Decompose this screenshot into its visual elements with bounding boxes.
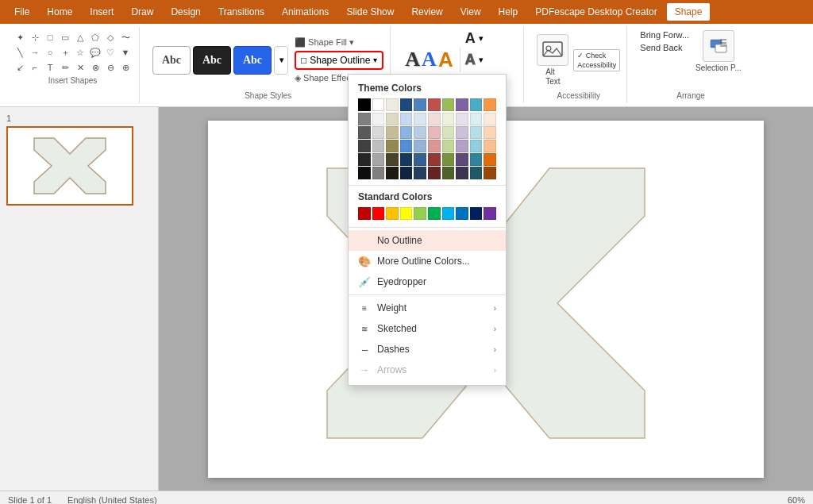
- tc-r4-1[interactable]: [358, 140, 371, 152]
- color-green[interactable]: [442, 107, 455, 111]
- sc-purple[interactable]: [484, 207, 496, 220]
- shape-plus-icon[interactable]: ＋: [58, 45, 72, 60]
- shape-star-icon[interactable]: ☆: [73, 45, 87, 60]
- tc-r5-1[interactable]: [358, 153, 371, 166]
- eyedropper-item[interactable]: 💉 Eyedropper: [349, 271, 506, 292]
- check-accessibility-btn[interactable]: ✓ Check Accessibility: [573, 49, 620, 71]
- sc-lightgreen[interactable]: [414, 207, 426, 220]
- tc-r2-7[interactable]: [442, 113, 455, 125]
- tc-r2-6[interactable]: [428, 113, 441, 125]
- tc-r2-5[interactable]: [414, 113, 426, 125]
- wordart-a2[interactable]: A: [422, 48, 437, 72]
- style-box-dark[interactable]: Abc: [193, 46, 231, 75]
- color-black[interactable]: [358, 107, 371, 111]
- menu-transitions[interactable]: Transitions: [210, 3, 272, 21]
- menu-pdfescape[interactable]: PDFescape Desktop Creator: [527, 3, 665, 21]
- bring-forward-btn[interactable]: Bring Forw...: [640, 30, 689, 40]
- menu-help[interactable]: Help: [491, 3, 526, 21]
- tc-r2-2[interactable]: [372, 113, 385, 125]
- tc-r4-4[interactable]: [400, 140, 413, 152]
- tc-r3-9[interactable]: [470, 126, 483, 139]
- shape-bent-icon[interactable]: ↙: [13, 60, 27, 75]
- sc-red[interactable]: [372, 207, 385, 220]
- tc-r6-9[interactable]: [470, 167, 483, 179]
- shape-edit-icon[interactable]: ✏: [58, 60, 72, 75]
- tc-r4-3[interactable]: [386, 140, 399, 152]
- text-outline-btn[interactable]: A ▾: [465, 52, 484, 68]
- color-teal[interactable]: [470, 107, 483, 111]
- tc-r5-3[interactable]: [386, 153, 399, 166]
- tc-r5-8[interactable]: [456, 153, 468, 166]
- tc-r6-5[interactable]: [414, 167, 426, 179]
- tc-r4-9[interactable]: [470, 140, 483, 152]
- shape-merge-icon[interactable]: ⊗: [88, 60, 102, 75]
- tc-r3-5[interactable]: [414, 126, 426, 139]
- style-box-blue[interactable]: Abc: [233, 46, 272, 75]
- tc-r5-2[interactable]: [372, 153, 385, 166]
- tc-r5-6[interactable]: [428, 153, 441, 166]
- tc-r3-6[interactable]: [428, 126, 441, 139]
- color-purple[interactable]: [456, 107, 468, 111]
- tc-r3-3[interactable]: [386, 126, 399, 139]
- shape-select-icon[interactable]: ✦: [13, 30, 27, 44]
- shape-pentagon-icon[interactable]: ⬠: [88, 30, 102, 44]
- color-cream[interactable]: [386, 107, 399, 111]
- shape-callout-icon[interactable]: 💬: [88, 45, 102, 60]
- weight-item[interactable]: ≡ Weight ›: [349, 298, 506, 318]
- menu-view[interactable]: View: [453, 3, 489, 21]
- style-box-plain[interactable]: Abc: [152, 46, 191, 75]
- tc-r5-4[interactable]: [400, 153, 413, 166]
- tc-r6-3[interactable]: [386, 167, 399, 179]
- color-blue[interactable]: [414, 107, 426, 111]
- shape-elbow-icon[interactable]: ⌐: [28, 60, 42, 75]
- sketched-item[interactable]: ≋ Sketched ›: [349, 318, 506, 339]
- shape-diamond-icon[interactable]: ◇: [103, 30, 118, 44]
- shape-freeform-icon[interactable]: ⊹: [28, 30, 42, 44]
- menu-shape[interactable]: Shape: [667, 3, 711, 21]
- menu-file[interactable]: File: [6, 3, 37, 21]
- tc-r4-8[interactable]: [456, 140, 468, 152]
- shape-curve-icon[interactable]: 〜: [118, 30, 133, 44]
- tc-r4-7[interactable]: [442, 140, 455, 152]
- tc-r6-8[interactable]: [456, 167, 468, 179]
- tc-r5-7[interactable]: [442, 153, 455, 166]
- tc-r2-1[interactable]: [358, 113, 371, 125]
- tc-r4-5[interactable]: [414, 140, 426, 152]
- shape-rect-icon[interactable]: □: [43, 30, 57, 44]
- sc-green[interactable]: [428, 207, 441, 220]
- tc-r3-7[interactable]: [442, 126, 455, 139]
- shape-line-icon[interactable]: ╲: [13, 45, 27, 60]
- shape-x-icon[interactable]: ✕: [73, 60, 87, 75]
- tc-r3-4[interactable]: [400, 126, 413, 139]
- tc-r6-1[interactable]: [358, 167, 371, 179]
- sc-yellow[interactable]: [400, 207, 413, 220]
- tc-r2-9[interactable]: [470, 113, 483, 125]
- tc-r5-10[interactable]: [484, 153, 496, 166]
- tc-r2-4[interactable]: [400, 113, 413, 125]
- tc-r6-10[interactable]: [484, 167, 496, 179]
- shape-circle-icon[interactable]: ○: [43, 45, 57, 60]
- menu-slideshow[interactable]: Slide Show: [338, 3, 402, 21]
- menu-design[interactable]: Design: [163, 3, 208, 21]
- tc-r6-4[interactable]: [400, 167, 413, 179]
- tc-r5-5[interactable]: [414, 153, 426, 166]
- menu-home[interactable]: Home: [39, 3, 80, 21]
- tc-r4-6[interactable]: [428, 140, 441, 152]
- tc-r2-10[interactable]: [484, 113, 496, 125]
- tc-r6-7[interactable]: [442, 167, 455, 179]
- shape-outline-btn[interactable]: □ Shape Outline ▾: [295, 51, 383, 70]
- wordart-a3[interactable]: A: [438, 48, 453, 72]
- tc-r3-1[interactable]: [358, 126, 371, 139]
- color-darkblue[interactable]: [400, 107, 413, 111]
- shape-subtract-icon[interactable]: ⊖: [103, 60, 118, 75]
- wordart-a1[interactable]: A: [405, 48, 420, 72]
- sc-orange[interactable]: [386, 207, 399, 220]
- no-outline-item[interactable]: No Outline: [349, 230, 506, 251]
- arrows-item[interactable]: → Arrows ›: [349, 360, 506, 380]
- menu-review[interactable]: Review: [403, 3, 450, 21]
- shape-arrow-icon[interactable]: →: [28, 45, 42, 60]
- tc-r3-2[interactable]: [372, 126, 385, 139]
- tc-r4-2[interactable]: [372, 140, 385, 152]
- tc-r5-9[interactable]: [470, 153, 483, 166]
- tc-r6-6[interactable]: [428, 167, 441, 179]
